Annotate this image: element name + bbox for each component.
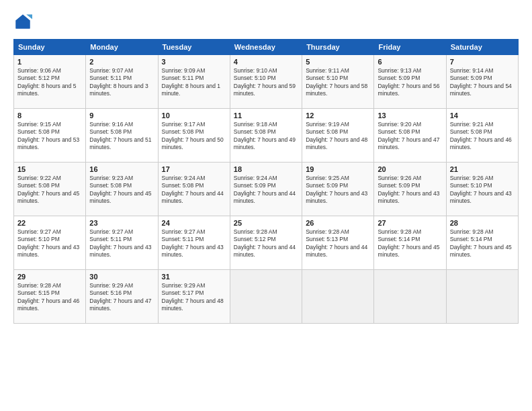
day-detail: Sunrise: 9:29 AMSunset: 5:16 PMDaylight:…	[89, 282, 154, 313]
calendar-cell	[302, 270, 374, 324]
calendar-cell: 28Sunrise: 9:28 AMSunset: 5:14 PMDayligh…	[446, 216, 518, 270]
weekday-friday: Friday	[374, 40, 446, 55]
weekday-header-row: SundayMondayTuesdayWednesdayThursdayFrid…	[14, 40, 519, 55]
weekday-wednesday: Wednesday	[230, 40, 302, 55]
day-detail: Sunrise: 9:16 AMSunset: 5:08 PMDaylight:…	[89, 121, 154, 152]
week-row-1: 1Sunrise: 9:06 AMSunset: 5:12 PMDaylight…	[14, 55, 519, 109]
day-number: 4	[234, 58, 298, 66]
day-detail: Sunrise: 9:07 AMSunset: 5:11 PMDaylight:…	[89, 67, 154, 98]
weekday-thursday: Thursday	[302, 40, 374, 55]
calendar-cell: 29Sunrise: 9:28 AMSunset: 5:15 PMDayligh…	[14, 270, 86, 324]
calendar-cell: 13Sunrise: 9:20 AMSunset: 5:08 PMDayligh…	[374, 109, 446, 163]
calendar-cell: 7Sunrise: 9:14 AMSunset: 5:09 PMDaylight…	[446, 55, 518, 109]
calendar-cell: 10Sunrise: 9:17 AMSunset: 5:08 PMDayligh…	[158, 109, 230, 163]
day-detail: Sunrise: 9:22 AMSunset: 5:08 PMDaylight:…	[17, 175, 82, 205]
day-number: 11	[234, 111, 298, 120]
day-detail: Sunrise: 9:11 AMSunset: 5:10 PMDaylight:…	[306, 67, 370, 98]
calendar-cell: 21Sunrise: 9:26 AMSunset: 5:10 PMDayligh…	[446, 163, 518, 216]
calendar-cell: 25Sunrise: 9:28 AMSunset: 5:12 PMDayligh…	[230, 216, 302, 270]
day-detail: Sunrise: 9:24 AMSunset: 5:08 PMDaylight:…	[162, 175, 226, 205]
calendar-cell: 6Sunrise: 9:13 AMSunset: 5:09 PMDaylight…	[374, 55, 446, 109]
day-number: 8	[17, 111, 82, 120]
day-number: 5	[306, 58, 370, 66]
day-detail: Sunrise: 9:23 AMSunset: 5:08 PMDaylight:…	[89, 175, 154, 205]
day-detail: Sunrise: 9:28 AMSunset: 5:14 PMDaylight:…	[450, 228, 515, 259]
calendar-cell: 9Sunrise: 9:16 AMSunset: 5:08 PMDaylight…	[86, 109, 158, 163]
calendar-cell: 14Sunrise: 9:21 AMSunset: 5:08 PMDayligh…	[446, 109, 518, 163]
calendar-cell: 18Sunrise: 9:24 AMSunset: 5:09 PMDayligh…	[230, 163, 302, 216]
day-number: 10	[162, 111, 226, 120]
day-detail: Sunrise: 9:10 AMSunset: 5:10 PMDaylight:…	[234, 67, 298, 98]
calendar-cell: 4Sunrise: 9:10 AMSunset: 5:10 PMDaylight…	[230, 55, 302, 109]
day-number: 16	[89, 165, 154, 173]
calendar-cell: 3Sunrise: 9:09 AMSunset: 5:11 PMDaylight…	[158, 55, 230, 109]
weekday-saturday: Saturday	[446, 40, 518, 55]
week-row-5: 29Sunrise: 9:28 AMSunset: 5:15 PMDayligh…	[14, 270, 519, 324]
calendar-cell: 22Sunrise: 9:27 AMSunset: 5:10 PMDayligh…	[14, 216, 86, 270]
day-detail: Sunrise: 9:26 AMSunset: 5:09 PMDaylight:…	[378, 175, 442, 205]
day-number: 7	[450, 58, 515, 66]
logo	[13, 12, 35, 31]
weekday-tuesday: Tuesday	[158, 40, 230, 55]
day-detail: Sunrise: 9:27 AMSunset: 5:11 PMDaylight:…	[162, 228, 226, 259]
week-row-2: 8Sunrise: 9:15 AMSunset: 5:08 PMDaylight…	[14, 109, 519, 163]
week-row-3: 15Sunrise: 9:22 AMSunset: 5:08 PMDayligh…	[14, 163, 519, 216]
day-number: 22	[17, 219, 82, 227]
calendar-cell: 26Sunrise: 9:28 AMSunset: 5:13 PMDayligh…	[302, 216, 374, 270]
day-detail: Sunrise: 9:18 AMSunset: 5:08 PMDaylight:…	[234, 121, 298, 152]
calendar-cell: 30Sunrise: 9:29 AMSunset: 5:16 PMDayligh…	[86, 270, 158, 324]
day-detail: Sunrise: 9:24 AMSunset: 5:09 PMDaylight:…	[234, 175, 298, 205]
calendar-cell: 23Sunrise: 9:27 AMSunset: 5:11 PMDayligh…	[86, 216, 158, 270]
day-detail: Sunrise: 9:14 AMSunset: 5:09 PMDaylight:…	[450, 67, 515, 98]
day-number: 21	[450, 165, 515, 173]
calendar-cell: 20Sunrise: 9:26 AMSunset: 5:09 PMDayligh…	[374, 163, 446, 216]
day-number: 9	[89, 111, 154, 120]
weekday-monday: Monday	[86, 40, 158, 55]
calendar-cell: 11Sunrise: 9:18 AMSunset: 5:08 PMDayligh…	[230, 109, 302, 163]
day-number: 12	[306, 111, 370, 120]
day-detail: Sunrise: 9:26 AMSunset: 5:10 PMDaylight:…	[450, 175, 515, 205]
day-detail: Sunrise: 9:28 AMSunset: 5:15 PMDaylight:…	[17, 282, 82, 313]
day-number: 27	[378, 219, 442, 227]
day-detail: Sunrise: 9:17 AMSunset: 5:08 PMDaylight:…	[162, 121, 226, 152]
day-detail: Sunrise: 9:15 AMSunset: 5:08 PMDaylight:…	[17, 121, 82, 152]
day-number: 30	[89, 273, 154, 281]
week-row-4: 22Sunrise: 9:27 AMSunset: 5:10 PMDayligh…	[14, 216, 519, 270]
day-number: 2	[89, 58, 154, 66]
calendar-cell	[446, 270, 518, 324]
day-detail: Sunrise: 9:13 AMSunset: 5:09 PMDaylight:…	[378, 67, 442, 98]
calendar-cell: 1Sunrise: 9:06 AMSunset: 5:12 PMDaylight…	[14, 55, 86, 109]
calendar-cell	[230, 270, 302, 324]
calendar-cell: 15Sunrise: 9:22 AMSunset: 5:08 PMDayligh…	[14, 163, 86, 216]
day-number: 14	[450, 111, 515, 120]
calendar-table: SundayMondayTuesdayWednesdayThursdayFrid…	[13, 39, 519, 324]
day-number: 6	[378, 58, 442, 66]
day-detail: Sunrise: 9:20 AMSunset: 5:08 PMDaylight:…	[378, 121, 442, 152]
calendar-cell: 8Sunrise: 9:15 AMSunset: 5:08 PMDaylight…	[14, 109, 86, 163]
day-number: 17	[162, 165, 226, 173]
day-number: 28	[450, 219, 515, 227]
day-number: 31	[162, 273, 226, 281]
day-detail: Sunrise: 9:29 AMSunset: 5:17 PMDaylight:…	[162, 282, 226, 313]
day-detail: Sunrise: 9:09 AMSunset: 5:11 PMDaylight:…	[162, 67, 226, 98]
day-number: 1	[17, 58, 82, 66]
day-detail: Sunrise: 9:25 AMSunset: 5:09 PMDaylight:…	[306, 175, 370, 205]
day-number: 29	[17, 273, 82, 281]
weekday-sunday: Sunday	[14, 40, 86, 55]
calendar-cell: 27Sunrise: 9:28 AMSunset: 5:14 PMDayligh…	[374, 216, 446, 270]
calendar-cell: 31Sunrise: 9:29 AMSunset: 5:17 PMDayligh…	[158, 270, 230, 324]
day-number: 15	[17, 165, 82, 173]
day-number: 25	[234, 219, 298, 227]
day-detail: Sunrise: 9:21 AMSunset: 5:08 PMDaylight:…	[450, 121, 515, 152]
day-detail: Sunrise: 9:19 AMSunset: 5:08 PMDaylight:…	[306, 121, 370, 152]
calendar-cell: 16Sunrise: 9:23 AMSunset: 5:08 PMDayligh…	[86, 163, 158, 216]
day-detail: Sunrise: 9:06 AMSunset: 5:12 PMDaylight:…	[17, 67, 82, 98]
calendar-cell: 24Sunrise: 9:27 AMSunset: 5:11 PMDayligh…	[158, 216, 230, 270]
header	[13, 12, 519, 31]
day-number: 18	[234, 165, 298, 173]
day-number: 3	[162, 58, 226, 66]
calendar-cell	[374, 270, 446, 324]
svg-rect-2	[16, 20, 30, 28]
day-number: 19	[306, 165, 370, 173]
day-number: 24	[162, 219, 226, 227]
